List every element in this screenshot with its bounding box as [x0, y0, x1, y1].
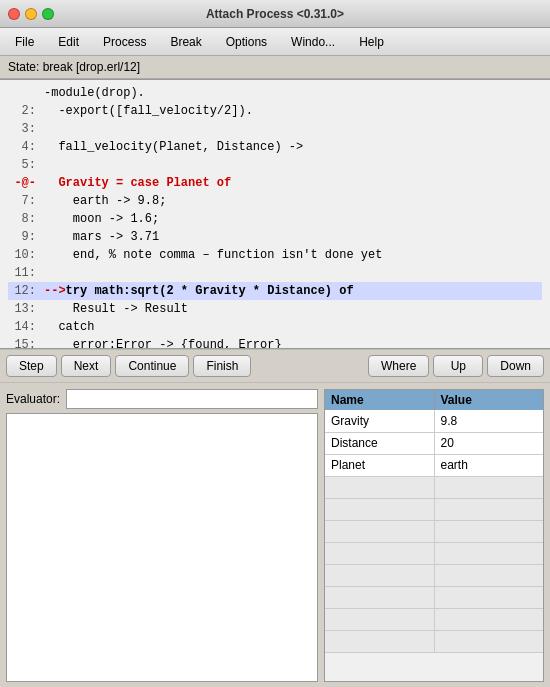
var-name-cell [325, 498, 434, 520]
variables-table: Name Value Gravity9.8Distance20Planetear… [325, 390, 543, 653]
menu-process[interactable]: Process [92, 31, 157, 53]
code-line-10: 10: end, % note comma – function isn't d… [8, 246, 542, 264]
evaluator-label: Evaluator: [6, 392, 60, 406]
menu-help[interactable]: Help [348, 31, 395, 53]
next-button[interactable]: Next [61, 355, 112, 377]
var-value-cell: earth [434, 454, 543, 476]
table-row: Distance20 [325, 432, 543, 454]
state-text: State: break [drop.erl/12] [8, 60, 140, 74]
code-editor: -module(drop). 2: -export([fall_velocity… [0, 79, 550, 349]
var-value-cell [434, 564, 543, 586]
evaluator-input[interactable] [66, 389, 318, 409]
var-name-header: Name [325, 390, 434, 410]
var-value-cell [434, 608, 543, 630]
var-name-cell [325, 630, 434, 652]
var-value-cell: 9.8 [434, 410, 543, 432]
title-bar: Attach Process <0.31.0> [0, 0, 550, 28]
evaluator-output [6, 413, 318, 682]
code-line-4: 4: fall_velocity(Planet, Distance) -> [8, 138, 542, 156]
minimize-button[interactable] [25, 8, 37, 20]
code-line-3: 3: [8, 120, 542, 138]
var-value-cell [434, 586, 543, 608]
window-controls [8, 8, 54, 20]
table-row: Planetearth [325, 454, 543, 476]
var-value-cell [434, 476, 543, 498]
close-button[interactable] [8, 8, 20, 20]
code-line-15: 15: error:Error -> {found, Error} [8, 336, 542, 349]
var-value-header: Value [434, 390, 543, 410]
menu-break[interactable]: Break [159, 31, 212, 53]
code-line-2: 2: -export([fall_velocity/2]). [8, 102, 542, 120]
code-line-8: 8: moon -> 1.6; [8, 210, 542, 228]
table-row [325, 476, 543, 498]
var-value-cell [434, 542, 543, 564]
var-name-cell [325, 476, 434, 498]
table-row [325, 586, 543, 608]
table-row: Gravity9.8 [325, 410, 543, 432]
table-row [325, 498, 543, 520]
evaluator-label-row: Evaluator: [6, 389, 318, 409]
where-button[interactable]: Where [368, 355, 429, 377]
code-line-5: 5: [8, 156, 542, 174]
up-button[interactable]: Up [433, 355, 483, 377]
code-line-9: 9: mars -> 3.71 [8, 228, 542, 246]
var-value-cell [434, 630, 543, 652]
var-value-cell: 20 [434, 432, 543, 454]
code-line-12: 12: -->try math:sqrt(2 * Gravity * Dista… [8, 282, 542, 300]
evaluator-panel: Evaluator: [6, 389, 318, 682]
var-name-cell: Distance [325, 432, 434, 454]
down-button[interactable]: Down [487, 355, 544, 377]
code-line-14: 14: catch [8, 318, 542, 336]
var-name-cell: Gravity [325, 410, 434, 432]
var-name-cell [325, 520, 434, 542]
menu-options[interactable]: Options [215, 31, 278, 53]
bottom-section: Evaluator: Name Value Gravity9.8Distance… [0, 383, 550, 687]
state-bar: State: break [drop.erl/12] [0, 56, 550, 79]
variables-panel: Name Value Gravity9.8Distance20Planetear… [324, 389, 544, 682]
var-name-cell: Planet [325, 454, 434, 476]
menu-edit[interactable]: Edit [47, 31, 90, 53]
window-title: Attach Process <0.31.0> [206, 7, 344, 21]
finish-button[interactable]: Finish [193, 355, 251, 377]
table-row [325, 564, 543, 586]
step-button[interactable]: Step [6, 355, 57, 377]
menu-file[interactable]: File [4, 31, 45, 53]
code-line-1: -module(drop). [8, 84, 542, 102]
table-row [325, 608, 543, 630]
var-value-cell [434, 498, 543, 520]
table-row [325, 520, 543, 542]
code-line-11: 11: [8, 264, 542, 282]
code-line-7: 7: earth -> 9.8; [8, 192, 542, 210]
maximize-button[interactable] [42, 8, 54, 20]
var-name-cell [325, 564, 434, 586]
var-name-cell [325, 542, 434, 564]
table-row [325, 630, 543, 652]
debug-toolbar: Step Next Continue Finish Where Up Down [0, 349, 550, 383]
code-line-breakpoint: -@- Gravity = case Planet of [8, 174, 542, 192]
var-name-cell [325, 608, 434, 630]
var-name-cell [325, 586, 434, 608]
menu-window[interactable]: Windo... [280, 31, 346, 53]
var-value-cell [434, 520, 543, 542]
continue-button[interactable]: Continue [115, 355, 189, 377]
code-line-13: 13: Result -> Result [8, 300, 542, 318]
table-row [325, 542, 543, 564]
menu-bar: File Edit Process Break Options Windo...… [0, 28, 550, 56]
